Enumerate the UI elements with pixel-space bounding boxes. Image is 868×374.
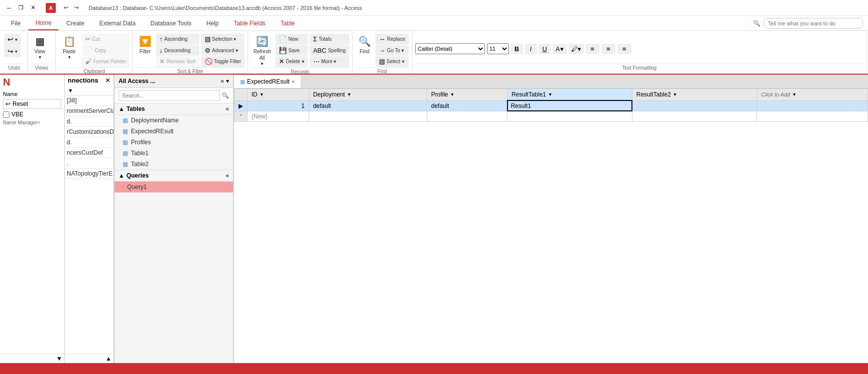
font-size-select[interactable]: 11 <box>487 43 509 54</box>
format-painter-button[interactable]: 🖌Format Painter <box>82 56 129 67</box>
cell-resulttable1-new[interactable] <box>507 111 632 121</box>
tab-database-tools[interactable]: Database Tools <box>143 17 199 30</box>
col-header-resulttable1[interactable]: ResultTable1 ▼ <box>507 89 632 101</box>
col-header-id[interactable]: ID ▼ <box>248 89 309 101</box>
totals-button[interactable]: ΣTotals <box>310 34 349 45</box>
select-button[interactable]: ▧Select ▾ <box>375 56 409 67</box>
cell-profile-new[interactable] <box>427 111 507 121</box>
filter-button[interactable]: 🔽 Filter <box>136 34 154 56</box>
col-header-click-to-add[interactable]: Click to Add ▼ <box>757 89 868 101</box>
align-right-button[interactable]: ≡ <box>618 44 631 54</box>
sidebar-collapse-button[interactable]: « <box>221 78 224 85</box>
text-formatting-group-label: Text Formatting <box>415 64 864 72</box>
italic-button[interactable]: I <box>525 44 537 54</box>
tab-table[interactable]: Table <box>273 17 302 30</box>
cell-clicktoadd-new <box>757 111 868 121</box>
view-button[interactable]: ▦ View ▾ <box>31 34 49 61</box>
cell-id-0[interactable]: 1 <box>248 100 309 111</box>
ribbon-group-views: ▦ View ▾ Views <box>28 32 56 73</box>
sidebar-item-table2[interactable]: ▦ Table2 <box>115 159 233 170</box>
sidebar-item-label-2: Profiles <box>131 139 151 146</box>
find-button[interactable]: 🔍 Find <box>356 34 373 56</box>
font-name-select[interactable]: Calibri (Detail) <box>415 43 485 54</box>
tab-file[interactable]: File <box>4 17 27 30</box>
row-selector-0: ▶ <box>235 100 248 111</box>
col-header-deployment[interactable]: Deployment ▼ <box>309 89 427 101</box>
restore-button[interactable]: ❐ <box>16 3 26 13</box>
col-header-profile[interactable]: Profile ▼ <box>427 89 507 101</box>
sidebar-item-table1[interactable]: ▦ Table1 <box>115 148 233 159</box>
advanced-button[interactable]: ⚙Advanced ▾ <box>201 45 245 56</box>
app-wrapper: ─ ❐ ✕ A ↩ ↪ Database13 : Database- C:\Us… <box>0 0 868 374</box>
tab-help[interactable]: Help <box>200 17 226 30</box>
minimize-button[interactable]: ─ <box>4 3 14 13</box>
sidebar-item-profiles[interactable]: ▦ Profiles <box>115 137 233 148</box>
reset-button[interactable]: ↩ Reset <box>3 99 61 109</box>
ribbon-search-input[interactable] <box>763 18 863 29</box>
more-button[interactable]: ⋯More ▾ <box>310 56 349 67</box>
name-label: Name <box>0 90 64 98</box>
connections-expand[interactable]: ▲ <box>65 354 114 363</box>
highlight-button[interactable]: 🖊▾ <box>569 44 584 54</box>
sidebar-item-query1[interactable]: ! Query1 <box>115 182 233 192</box>
sidebar-search-icon: 🔍 <box>222 92 229 99</box>
sidebar-item-query-label-0: Query1 <box>127 184 146 190</box>
redo-quick-button[interactable]: ↪ <box>72 3 81 12</box>
close-button[interactable]: ✕ <box>28 3 38 13</box>
tab-external-data[interactable]: External Data <box>92 17 142 30</box>
save-record-button[interactable]: 💾Save <box>275 45 308 56</box>
font-color-button[interactable]: A▾ <box>553 44 567 54</box>
queries-title: Queries <box>126 172 149 179</box>
undo-button[interactable]: ↩▾ <box>4 34 21 45</box>
goto-button[interactable]: →Go To ▾ <box>375 45 409 56</box>
copy-button[interactable]: 📄Copy <box>82 45 129 56</box>
connections-close-button[interactable]: ✕ <box>105 77 111 84</box>
paste-button[interactable]: 📋 Paste ▾ <box>59 34 80 61</box>
col-header-resulttable2[interactable]: ResultTable2 ▼ <box>632 89 757 101</box>
queries-section-header: ▲ Queries « <box>115 170 233 182</box>
tab-close-button[interactable]: × <box>291 79 294 85</box>
delete-record-button[interactable]: ✕Delete ▾ <box>275 56 308 67</box>
sidebar-item-label-1: ExpectedREsult <box>131 128 173 135</box>
sidebar-item-expectedresult[interactable]: ▦ ExpectedREsult <box>115 126 233 137</box>
table-row: ▶ 1 default default Result1 <box>235 100 868 111</box>
ascending-button[interactable]: ↑Ascending <box>156 34 199 45</box>
new-record-button[interactable]: 📄New <box>275 34 308 45</box>
bold-button[interactable]: B <box>511 44 523 54</box>
undo-quick-button[interactable]: ↩ <box>62 3 70 12</box>
cut-button[interactable]: ✂Cut <box>82 34 129 45</box>
sidebar-expand-button[interactable]: ▾ <box>226 78 229 85</box>
vbe-checkbox[interactable] <box>3 111 9 118</box>
cell-resulttable2-new[interactable] <box>632 111 757 121</box>
cell-profile-0[interactable]: default <box>427 100 507 111</box>
align-left-button[interactable]: ≡ <box>586 44 600 54</box>
cell-resulttable2-0[interactable] <box>632 100 757 111</box>
remove-sort-button[interactable]: ✕Remove Sort <box>156 56 199 67</box>
connections-dropdown[interactable]: ▼ <box>65 86 114 95</box>
descending-button[interactable]: ↓Descending <box>156 45 199 56</box>
query-icon-0: ! <box>123 184 124 190</box>
tab-home[interactable]: Home <box>28 16 58 30</box>
cell-deployment-0[interactable]: default <box>309 100 427 111</box>
underline-button[interactable]: U <box>539 44 551 54</box>
sidebar-item-deploymentname[interactable]: ▦ DeploymentName <box>115 115 233 126</box>
align-center-button[interactable]: ≡ <box>602 44 616 54</box>
cell-deployment-new[interactable] <box>309 111 427 121</box>
sidebar-search-input[interactable] <box>119 90 220 101</box>
toggle-filter-button[interactable]: 🚫Toggle Filter <box>201 56 245 67</box>
spelling-button[interactable]: ABCSpelling <box>310 45 349 56</box>
refresh-all-button[interactable]: 🔄 RefreshAll ▾ <box>251 34 273 68</box>
connection-item-6: . <box>65 158 114 169</box>
sidebar-controls: « ▾ <box>221 78 229 85</box>
name-manager-expand[interactable]: ▼ <box>0 354 64 363</box>
redo-button[interactable]: ↪▾ <box>4 46 21 57</box>
cell-resulttable1-0[interactable]: Result1 <box>507 100 632 111</box>
table-icon-0: ▦ <box>123 117 128 124</box>
replace-button[interactable]: ↔Replace <box>375 34 409 45</box>
sidebar-item-label-3: Table1 <box>131 150 148 157</box>
tab-table-fields[interactable]: Table Fields <box>227 17 272 30</box>
ribbon-group-records: 🔄 RefreshAll ▾ 📄New 💾Save ✕Delete ▾ ΣTot… <box>248 32 353 73</box>
tab-create[interactable]: Create <box>59 17 91 30</box>
selection-button[interactable]: ▧Selection ▾ <box>201 34 245 45</box>
tab-expectedresult[interactable]: ▦ ExpectedREsult × <box>234 75 301 88</box>
